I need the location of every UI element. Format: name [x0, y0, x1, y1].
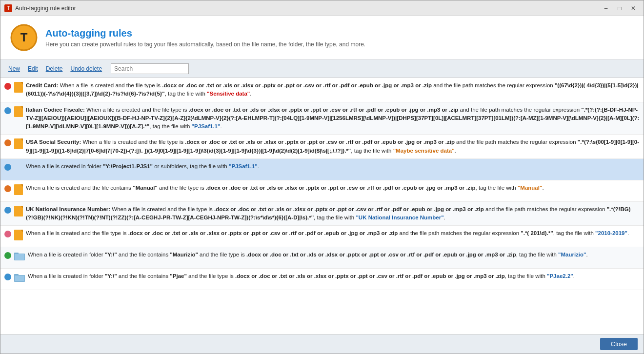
- status-dot: [4, 164, 11, 171]
- status-dot: [4, 252, 11, 259]
- main-content: Credit Card: When a file is created and …: [0, 78, 644, 334]
- folder-icon: [14, 251, 25, 261]
- rule-text: UK National Insurance Number: When a fil…: [26, 205, 640, 222]
- rule-row[interactable]: UK National Insurance Number: When a fil…: [0, 202, 644, 226]
- rule-type-icon: [14, 184, 23, 197]
- maximize-button[interactable]: □: [613, 3, 626, 13]
- rule-row[interactable]: Credit Card: When a file is created and …: [0, 78, 644, 102]
- page-subtitle: Here you can create powerful rules to ta…: [45, 41, 365, 48]
- rule-row[interactable]: USA Social Security: When a file is crea…: [0, 135, 644, 159]
- rule-row[interactable]: When a file is created in folder "Y:\Pro…: [0, 159, 644, 180]
- undo-delete-button[interactable]: Undo delete: [67, 64, 105, 74]
- new-button[interactable]: New: [5, 64, 23, 74]
- header: T Auto-tagging rules Here you can create…: [0, 16, 644, 59]
- window-close-button[interactable]: ✕: [627, 3, 640, 13]
- rule-text: When a file is created in folder "Y:\" a…: [28, 272, 640, 280]
- window-controls: – □ ✕: [600, 3, 640, 13]
- window-title: Auto-tagging rule editor: [15, 5, 600, 12]
- rule-type-icon: [14, 138, 23, 151]
- status-dot: [4, 139, 11, 146]
- rule-row[interactable]: When a file is created in folder "Y:\" a…: [0, 269, 644, 290]
- rule-text: USA Social Security: When a file is crea…: [26, 138, 640, 155]
- app-logo: T: [10, 24, 38, 51]
- rule-row[interactable]: When a file is created in folder "Y:\" a…: [0, 247, 644, 269]
- minimize-button[interactable]: –: [600, 3, 612, 13]
- rule-type-icon: [14, 206, 23, 218]
- svg-rect-6: [15, 254, 24, 260]
- folder-icon: [14, 273, 25, 282]
- rule-text: When a file is created and the file type…: [26, 229, 640, 237]
- status-dot: [4, 231, 11, 237]
- rule-text: Credit Card: When a file is created and …: [26, 81, 640, 98]
- status-dot: [4, 207, 11, 214]
- rules-list: Credit Card: When a file is created and …: [0, 78, 644, 334]
- rule-row[interactable]: When a file is created and the file cont…: [0, 180, 644, 202]
- status-dot: [4, 107, 11, 114]
- search-input[interactable]: [111, 63, 189, 74]
- rule-text: Italian Codice Fiscale: When a file is c…: [26, 106, 640, 131]
- status-dot: [4, 274, 11, 280]
- rule-row[interactable]: Italian Codice Fiscale: When a file is c…: [0, 102, 644, 135]
- rule-type-icon: [14, 273, 25, 284]
- rule-text: When a file is created in folder "Y:\" a…: [28, 251, 640, 259]
- close-button[interactable]: Close: [600, 338, 638, 350]
- app-icon: T: [4, 4, 12, 12]
- rule-type-icon: [14, 230, 23, 242]
- svg-text:T: T: [20, 31, 28, 44]
- status-dot: [4, 83, 11, 90]
- svg-rect-9: [15, 275, 24, 281]
- toolbar: New Edit Delete Undo delete: [0, 59, 644, 78]
- rule-text: When a file is created in folder "Y:\Pro…: [26, 162, 640, 171]
- bottom-bar: Close: [0, 334, 644, 354]
- page-title: Auto-tagging rules: [45, 28, 365, 39]
- status-dot: [4, 185, 11, 192]
- title-bar: T Auto-tagging rule editor – □ ✕: [0, 0, 644, 16]
- header-text: Auto-tagging rules Here you can create p…: [45, 28, 365, 48]
- rule-type-icon: [14, 82, 23, 94]
- delete-button[interactable]: Delete: [43, 64, 66, 74]
- rule-type-icon: [14, 251, 25, 262]
- rule-row[interactable]: When a file is created and the file type…: [0, 226, 644, 247]
- rule-type-icon: [14, 106, 23, 118]
- rule-text: When a file is created and the file cont…: [26, 184, 640, 192]
- edit-button[interactable]: Edit: [25, 64, 41, 74]
